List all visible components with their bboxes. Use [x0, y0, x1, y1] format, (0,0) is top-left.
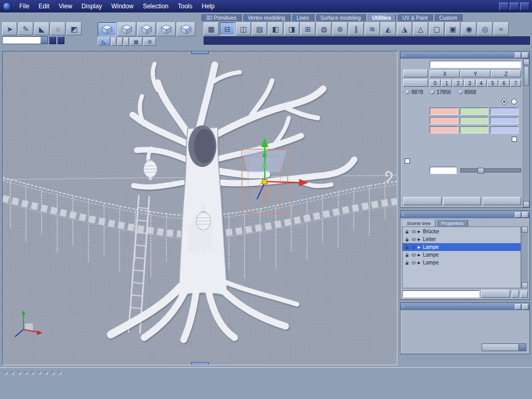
- position-y-input[interactable]: [460, 108, 488, 115]
- ruled-surface-icon[interactable]: ≋: [365, 22, 380, 35]
- symmetry-button[interactable]: [403, 70, 428, 77]
- expand-arrow-icon[interactable]: ▶: [418, 245, 421, 249]
- lock-icon[interactable]: [404, 253, 409, 257]
- scroll-up-icon[interactable]: [523, 59, 529, 65]
- bridge-icon[interactable]: ⊚: [332, 22, 348, 35]
- visibility-icon[interactable]: [411, 238, 416, 241]
- smoothing-5-button[interactable]: 5: [487, 79, 498, 87]
- wave-icon[interactable]: ≈: [494, 22, 509, 35]
- position-z-input[interactable]: [490, 108, 518, 115]
- panel-collapse-icon[interactable]: [515, 52, 521, 58]
- grid-mode-icon[interactable]: ▦: [130, 37, 142, 46]
- size-z-input[interactable]: [490, 126, 518, 134]
- tab-lines[interactable]: Lines: [291, 14, 314, 21]
- expand-arrow-icon[interactable]: ▶: [418, 230, 421, 234]
- disable-snap-icon[interactable]: ⊘: [143, 37, 156, 46]
- menu-display[interactable]: Display: [77, 0, 107, 12]
- tab-scene-properties[interactable]: Properties: [436, 219, 468, 227]
- select-button[interactable]: [481, 290, 510, 298]
- scene-item-lampe-3[interactable]: ▶ Lampe: [403, 259, 521, 267]
- panel-grip-icon[interactable]: ∷: [402, 304, 404, 309]
- soft-selection-checkbox[interactable]: [405, 158, 410, 164]
- ring-button[interactable]: [117, 37, 123, 46]
- select-face-icon[interactable]: ◣: [34, 22, 49, 35]
- panel-grip-icon[interactable]: ∷: [402, 212, 404, 217]
- ring-cube-icon[interactable]: [177, 22, 195, 36]
- rotate-x-input[interactable]: [430, 117, 458, 124]
- visibility-icon[interactable]: [411, 246, 416, 249]
- tab-vertex-modeling[interactable]: Vertex modeling: [243, 14, 290, 21]
- expand-arrow-icon[interactable]: ▶: [418, 253, 421, 257]
- mirror-right-icon[interactable]: ◮: [397, 22, 412, 35]
- scene-item-bruecke[interactable]: ▶ Brücke: [403, 228, 521, 235]
- panel-close-icon[interactable]: [522, 304, 528, 310]
- radius-slider[interactable]: [460, 168, 521, 172]
- edge-cube-icon[interactable]: [117, 22, 136, 36]
- xyz-button[interactable]: [49, 36, 56, 44]
- tessellate-icon[interactable]: ▦: [204, 22, 219, 35]
- abort-button[interactable]: [443, 197, 482, 205]
- select-loop-icon[interactable]: ○: [50, 22, 65, 35]
- validate-button[interactable]: [403, 197, 442, 205]
- maximize-button[interactable]: [510, 3, 519, 10]
- scroll-down-icon[interactable]: [522, 282, 528, 288]
- select-multi-icon[interactable]: ◩: [66, 22, 82, 35]
- universal-manip-cube-icon[interactable]: [98, 22, 116, 36]
- camera-button[interactable]: [57, 36, 64, 44]
- select-prev-icon[interactable]: [521, 290, 528, 298]
- tab-utilities[interactable]: Utilities: [367, 14, 396, 21]
- properties-panel-header[interactable]: ∷: [401, 51, 529, 59]
- ghost-hide-icon[interactable]: ▢: [429, 22, 444, 35]
- lock-icon[interactable]: [404, 230, 409, 234]
- smoothing-7-button[interactable]: 7: [510, 79, 521, 87]
- menu-help[interactable]: Help: [197, 0, 219, 12]
- select-next-icon[interactable]: [512, 290, 519, 298]
- viewport-3d[interactable]: [2, 51, 397, 365]
- tab-3d-primitives[interactable]: 3D Primitives: [201, 14, 242, 21]
- scene-item-lampe-2[interactable]: ▶ Lampe: [403, 251, 521, 259]
- expand-arrow-icon[interactable]: ▶: [418, 237, 421, 242]
- mirror-left-icon[interactable]: ◭: [381, 22, 396, 35]
- panel-close-icon[interactable]: [522, 52, 528, 58]
- expand-arrow-icon[interactable]: ▶: [418, 261, 421, 265]
- dg-mode-dropdown[interactable]: [482, 343, 526, 351]
- ghost-show-icon[interactable]: ▣: [445, 22, 460, 35]
- smoothing-button[interactable]: [403, 79, 428, 87]
- close-button[interactable]: [520, 3, 529, 10]
- grid-division-icon[interactable]: ▤: [252, 22, 267, 35]
- scrollbar-thumb[interactable]: [524, 66, 529, 86]
- loop-division-icon[interactable]: ◫: [236, 22, 251, 35]
- sphere-project-icon[interactable]: ◉: [461, 22, 476, 35]
- minimize-button[interactable]: [499, 3, 509, 10]
- lock-icon[interactable]: [404, 237, 409, 242]
- menu-view[interactable]: View: [54, 0, 77, 12]
- view-splitter-handle[interactable]: [191, 362, 209, 365]
- rotate-y-input[interactable]: [460, 117, 488, 124]
- weld-icon[interactable]: ⊞: [300, 22, 315, 35]
- visibility-icon[interactable]: [411, 254, 416, 257]
- slant-edge-icon[interactable]: ◺: [98, 37, 110, 46]
- menu-tools[interactable]: Tools: [173, 0, 197, 12]
- menu-selection[interactable]: Selection: [138, 0, 173, 12]
- scene-item-lampe-1[interactable]: ▶ Lampe: [403, 243, 521, 251]
- triangulate-icon[interactable]: △: [413, 22, 428, 35]
- panel-collapse-icon[interactable]: [515, 212, 521, 218]
- face-cube-icon[interactable]: [137, 22, 156, 36]
- scroll-down-icon[interactable]: [523, 201, 529, 207]
- panel-grip-icon[interactable]: ∷: [402, 53, 404, 58]
- lock-icon[interactable]: [404, 261, 409, 265]
- lathe-icon[interactable]: ◎: [477, 22, 493, 35]
- dynamic-geometry-panel-header[interactable]: ∷: [401, 303, 529, 310]
- world-dropdown[interactable]: [2, 36, 48, 44]
- position-x-input[interactable]: [430, 108, 458, 115]
- symmetry-y-button[interactable]: Y: [460, 70, 490, 77]
- size-x-input[interactable]: [430, 126, 458, 134]
- loop-cube-icon[interactable]: [157, 22, 176, 36]
- smoothing-0-button[interactable]: 0: [430, 79, 441, 87]
- size-y-input[interactable]: [460, 126, 488, 134]
- betw-button[interactable]: [124, 37, 129, 46]
- viewport-canvas[interactable]: [3, 51, 397, 365]
- smoothing-2-button[interactable]: 2: [453, 79, 463, 87]
- apply-button[interactable]: [483, 197, 521, 205]
- lock-icon[interactable]: [404, 245, 409, 249]
